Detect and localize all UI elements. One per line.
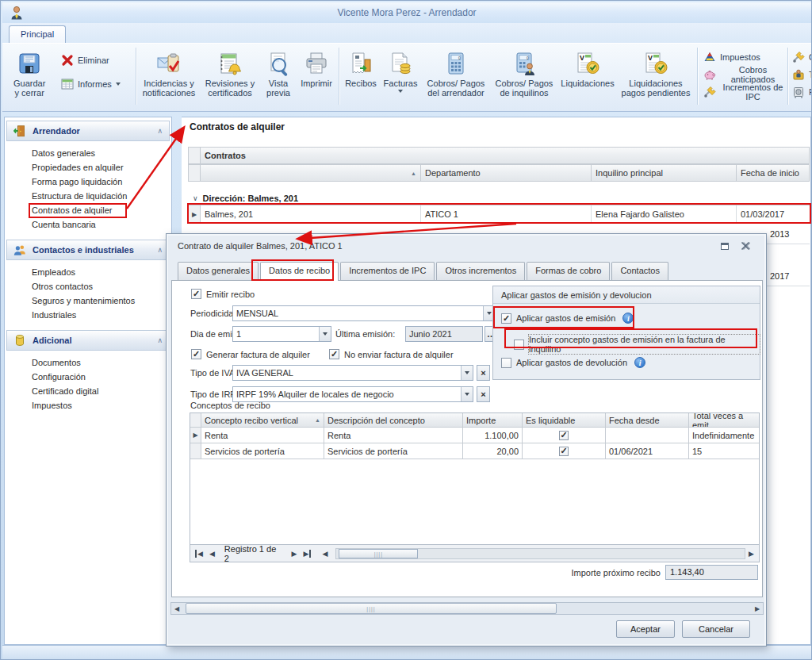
- sidebar-item-certificado[interactable]: Certificado digital: [5, 384, 171, 398]
- sidebar-section-arrendador[interactable]: Arrendador ∧: [6, 121, 170, 141]
- aplicar-gastos-devolucion-checkbox[interactable]: Aplicar gastos de devolución i: [501, 357, 645, 368]
- chevron-down-icon[interactable]: [319, 327, 331, 341]
- close-window-button[interactable]: [739, 240, 752, 251]
- grid-horizontal-scrollbar[interactable]: ||||: [335, 548, 745, 559]
- sidebar-section-adicional[interactable]: Adicional ∧: [6, 330, 170, 351]
- receipts-button[interactable]: Recibos: [342, 48, 380, 101]
- collapse-group-icon[interactable]: ∨: [193, 194, 198, 202]
- sidebar-item-configuracion[interactable]: Configuración: [5, 370, 171, 384]
- cancel-button[interactable]: Cancelar: [682, 620, 750, 638]
- column-header-inquilino[interactable]: Inquilino principal: [592, 164, 737, 182]
- tipo-irpf-select[interactable]: IRPF 19% Alquiler de locales de negocio: [232, 386, 473, 402]
- cell-liquidable[interactable]: [523, 443, 606, 459]
- print-button[interactable]: Imprimir: [296, 48, 337, 101]
- otros-button[interactable]: Otro: [792, 50, 811, 64]
- print-preview-button[interactable]: Vista previa: [261, 48, 296, 101]
- sidebar-item-impuestos[interactable]: Impuestos: [5, 398, 171, 412]
- advance-collections-button[interactable]: Cobros anticipados: [703, 67, 786, 82]
- last-record-button[interactable]: ▶: [301, 550, 312, 558]
- save-close-button[interactable]: Guardar y cerrar: [10, 48, 48, 101]
- tab-formas-de-cobro[interactable]: Formas de cobro: [527, 262, 610, 280]
- ipc-increases-button[interactable]: Incrementos de IPC: [703, 85, 786, 99]
- column-header-liquidable[interactable]: Es liquidable: [523, 413, 606, 428]
- scroll-left-icon[interactable]: ◀: [171, 605, 182, 612]
- column-header-direccion[interactable]: ▲: [201, 164, 421, 182]
- chevron-down-icon[interactable]: [461, 387, 473, 401]
- grid-group-row[interactable]: ∨ Dirección: Balmes, 201: [188, 191, 810, 205]
- emitir-recibo-checkbox[interactable]: Emitir recibo: [191, 289, 255, 299]
- title-bar[interactable]: Vicente Mora Perez - Arrendador: [2, 2, 811, 23]
- sidebar-item-empleados[interactable]: Empleados: [5, 265, 171, 279]
- tab-datos-de-recibo[interactable]: Datos de recibo: [260, 262, 339, 281]
- accept-button[interactable]: Aceptar: [616, 620, 675, 638]
- cell-fecha-desde: [606, 428, 689, 443]
- restore-window-button[interactable]: [718, 240, 731, 251]
- periodicidad-select[interactable]: MENSUAL: [232, 305, 496, 321]
- fianzas-button[interactable]: Fian: [792, 85, 811, 99]
- incidents-notifications-button[interactable]: Incidencias y notificaciones: [139, 48, 199, 101]
- no-enviar-factura-checkbox[interactable]: No enviar factura de alquiler: [329, 349, 454, 359]
- column-header-concepto[interactable]: Concepto recibo vertical ▲: [201, 413, 324, 428]
- conceptos-row-renta[interactable]: ▶ Renta Renta 1.100,00 Indefinidamente: [190, 428, 759, 443]
- grid-band-contratos[interactable]: Contratos: [201, 147, 810, 164]
- sidebar-item-industriales[interactable]: Industriales: [5, 308, 171, 322]
- settlements-button[interactable]: V Liquidaciones: [557, 48, 618, 101]
- tab-incrementos-ipc[interactable]: Incrementos de IPC: [340, 262, 435, 280]
- incluir-concepto-gastos-checkbox[interactable]: Incluir concepto gastos de emisión en la…: [514, 335, 760, 354]
- info-icon[interactable]: i: [622, 313, 634, 324]
- chevron-down-icon[interactable]: [461, 366, 473, 380]
- sidebar-item-contratos-alquiler[interactable]: Contratos de alquiler: [5, 203, 171, 217]
- ultima-emision-field[interactable]: Junio 2021: [405, 326, 483, 342]
- tab-contactos[interactable]: Contactos: [611, 262, 668, 280]
- scrollbar-track[interactable]: ||||: [182, 603, 752, 614]
- scroll-left-icon[interactable]: ◀: [319, 550, 331, 558]
- sidebar-item-documentos[interactable]: Documentos: [5, 355, 171, 370]
- payments-landlord-button[interactable]: 0 Cobros/ Pagos del arrendador: [421, 48, 491, 101]
- generar-factura-checkbox[interactable]: Generar factura de alquiler: [191, 349, 310, 359]
- scrollbar-thumb[interactable]: ||||: [339, 549, 418, 558]
- sidebar-item-otros-contactos[interactable]: Otros contactos: [5, 279, 171, 294]
- sidebar-section-contactos[interactable]: Contactos e industriales ∧: [6, 240, 170, 260]
- traspasos-button[interactable]: Tras: [792, 67, 811, 82]
- tab-otros-incrementos[interactable]: Otros incrementos: [436, 262, 525, 280]
- dia-emision-select[interactable]: 1: [232, 326, 331, 342]
- sidebar-item-seguros[interactable]: Seguros y mantenimientos: [5, 294, 171, 308]
- invoices-button[interactable]: Facturas: [380, 48, 421, 101]
- column-header-departamento[interactable]: Departamento: [421, 164, 592, 182]
- previous-record-button[interactable]: ◀: [206, 550, 218, 558]
- tab-principal[interactable]: Principal: [9, 25, 66, 43]
- first-record-button[interactable]: ◀: [195, 550, 206, 558]
- settlements-pending-button[interactable]: V Liquidaciones pagos pendientes: [618, 48, 694, 101]
- table-row-balmes[interactable]: ▶ Balmes, 201 ATICO 1 Elena Fajardo Gali…: [188, 205, 810, 224]
- reports-button[interactable]: Informes: [61, 77, 134, 91]
- sidebar-item-datos-generales[interactable]: Datos generales: [5, 146, 171, 160]
- column-header-fecha-inicio[interactable]: Fecha de inicio: [737, 164, 810, 182]
- conceptos-row-porteria[interactable]: Servicios de portería Servicios de porte…: [190, 443, 759, 459]
- cell-liquidable[interactable]: [523, 428, 606, 443]
- scroll-right-icon[interactable]: ▶: [745, 550, 757, 558]
- column-header-descripcion[interactable]: Descripción del concepto: [324, 413, 463, 428]
- tipo-iva-clear-button[interactable]: ×: [477, 365, 490, 381]
- delete-button[interactable]: Eliminar: [61, 53, 134, 67]
- taxes-button[interactable]: Impuestos: [703, 50, 786, 64]
- scrollbar-thumb[interactable]: ||||: [186, 603, 557, 614]
- sidebar-item-cuenta-bancaria[interactable]: Cuenta bancaria: [5, 217, 171, 232]
- column-header-total-veces[interactable]: Total veces a emit: [689, 413, 759, 428]
- tab-datos-generales[interactable]: Datos generales: [178, 262, 259, 280]
- sidebar-item-forma-pago[interactable]: Forma pago liquidación: [5, 175, 171, 189]
- sidebar-item-estructura[interactable]: Estructura de liquidación: [5, 189, 171, 203]
- close-icon: [741, 241, 750, 251]
- scroll-right-icon[interactable]: ▶: [752, 605, 763, 612]
- next-record-button[interactable]: ▶: [289, 550, 301, 558]
- importe-proximo-field[interactable]: 1.143,40: [665, 565, 758, 580]
- column-header-fecha-desde[interactable]: Fecha desde: [606, 413, 689, 428]
- column-header-importe[interactable]: Importe: [463, 413, 523, 428]
- payments-tenants-button[interactable]: 0 Cobros/ Pagos de inquilinos: [491, 48, 557, 101]
- revisions-certificates-button[interactable]: Revisiones y certificados: [199, 48, 261, 101]
- sidebar-item-propiedades[interactable]: Propiedades en alquiler: [5, 160, 171, 175]
- info-icon[interactable]: i: [634, 357, 645, 368]
- tipo-iva-select[interactable]: IVA GENERAL: [232, 365, 473, 381]
- aplicar-gastos-emision-checkbox[interactable]: Aplicar gastos de emisión i: [501, 313, 634, 324]
- tipo-irpf-clear-button[interactable]: ×: [477, 386, 490, 402]
- dialog-horizontal-scrollbar[interactable]: ◀ |||| ▶: [170, 602, 764, 615]
